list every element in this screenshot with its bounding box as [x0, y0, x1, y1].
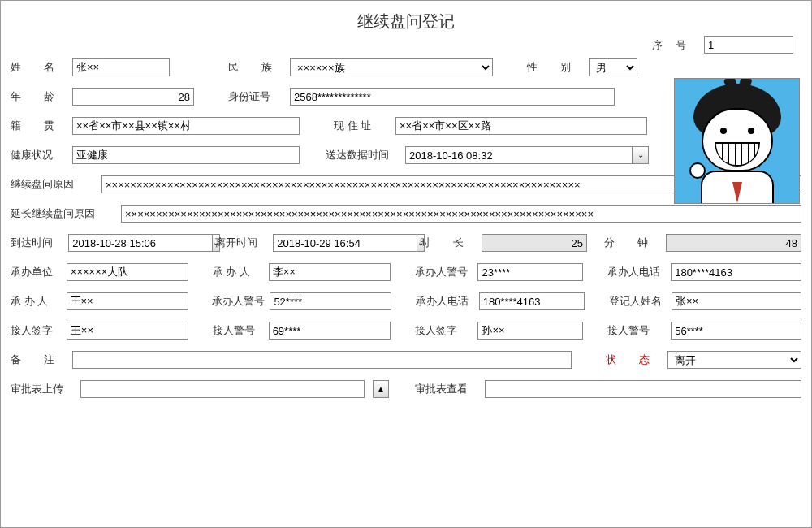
handler1-badge-label: 承办人警号: [415, 265, 473, 279]
delivery-label: 送达数据时间: [326, 148, 400, 162]
page-title: 继续盘问登记: [11, 11, 801, 32]
handler2-badge-input[interactable]: [270, 292, 391, 310]
gender-label: 性别: [527, 60, 584, 75]
handler2-badge-label: 承办人警号: [212, 294, 265, 309]
upload-label: 审批表上传: [11, 382, 76, 396]
origin-input[interactable]: [72, 117, 300, 135]
duration-output: [482, 234, 587, 252]
arrive-input[interactable]: [68, 234, 213, 252]
form-container: 继续盘问登记 序号 姓名 民族 ××××××族 性别 男: [0, 0, 812, 528]
ethnic-label: 民族: [228, 60, 285, 75]
recv-sign2-label: 接人签字: [415, 323, 473, 338]
status-label: 状态: [606, 353, 663, 367]
delivery-dropdown-icon[interactable]: ⌄: [633, 146, 649, 164]
recv-badge1-label: 接人警号: [213, 323, 264, 338]
handler2-phone-label: 承办人电话: [416, 294, 473, 309]
serial-row: 序号: [11, 36, 801, 54]
id-label: 身份证号: [228, 89, 285, 104]
remark-label: 备注: [11, 353, 67, 367]
unit-input[interactable]: [67, 263, 188, 281]
recv-badge1-input[interactable]: [269, 322, 391, 340]
extend-reason-label: 延长继续盘问原因: [11, 206, 116, 221]
serial-label: 序号: [652, 38, 701, 53]
recv-badge2-input[interactable]: [671, 322, 801, 340]
reason-label: 继续盘问原因: [11, 177, 97, 192]
delivery-input[interactable]: [405, 146, 633, 164]
leave-input[interactable]: [273, 234, 417, 252]
health-input[interactable]: [72, 146, 300, 164]
arrive-label: 到达时间: [11, 236, 63, 250]
gender-select[interactable]: 男: [589, 58, 637, 76]
upload-input[interactable]: [80, 380, 365, 398]
handler2-phone-input[interactable]: [479, 292, 585, 310]
minute-output: [666, 234, 801, 252]
handler2-label: 承 办 人: [11, 294, 62, 309]
ethnic-select[interactable]: ××××××族: [290, 58, 493, 76]
id-input[interactable]: [290, 88, 615, 106]
recv-sign1-input[interactable]: [67, 322, 188, 340]
recv-sign1-label: 接人签字: [11, 323, 62, 338]
remark-input[interactable]: [72, 351, 572, 369]
health-label: 健康状况: [11, 148, 67, 162]
name-input[interactable]: [72, 58, 170, 76]
name-label: 姓名: [11, 60, 67, 75]
age-label: 年龄: [11, 89, 67, 104]
origin-label: 籍贯: [11, 119, 67, 133]
minute-label: 分钟: [604, 236, 661, 250]
handler1-phone-label: 承办人电话: [607, 265, 666, 279]
handler1-phone-input[interactable]: [671, 263, 801, 281]
status-select[interactable]: 离开: [667, 351, 801, 369]
leave-label: 离开时间: [215, 236, 268, 250]
handler1-label: 承 办 人: [213, 265, 264, 279]
handler1-input[interactable]: [269, 263, 391, 281]
recv-badge2-label: 接人警号: [607, 323, 666, 338]
upload-button-icon[interactable]: ▲: [373, 380, 389, 398]
age-input[interactable]: [72, 88, 194, 106]
handler1-badge-input[interactable]: [477, 263, 583, 281]
view-label: 审批表查看: [415, 382, 480, 396]
handler2-input[interactable]: [67, 292, 188, 310]
registrar-label: 登记人姓名: [609, 294, 667, 309]
avatar-icon: [675, 79, 799, 203]
duration-label: 时长: [420, 236, 477, 250]
address-input[interactable]: [395, 117, 647, 135]
extend-reason-input[interactable]: [121, 205, 801, 223]
registrar-input[interactable]: [672, 292, 801, 310]
address-label: 现 住 址: [334, 119, 391, 133]
photo-frame: [674, 78, 800, 204]
serial-input[interactable]: [704, 36, 793, 54]
recv-sign2-input[interactable]: [477, 322, 583, 340]
unit-label: 承办单位: [11, 265, 62, 279]
view-input[interactable]: [485, 380, 801, 398]
